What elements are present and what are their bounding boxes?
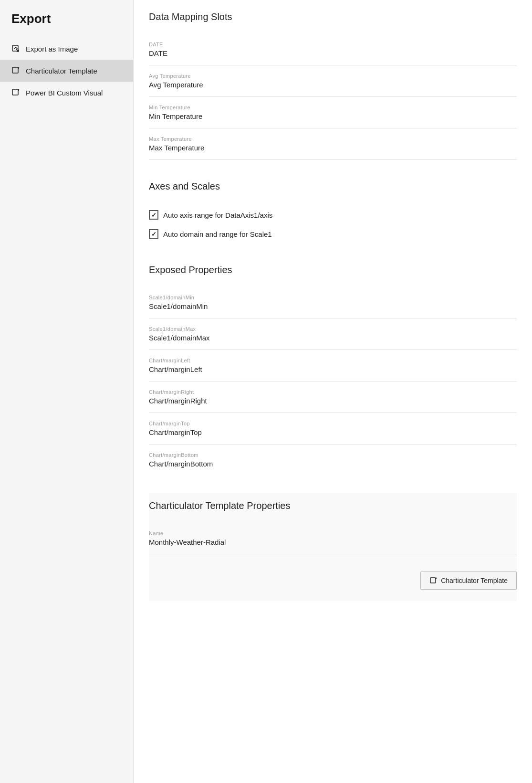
main-content: Data Mapping Slots DATE DATE Avg Tempera… [134, 0, 532, 783]
bottom-bar: Charticulator Template [149, 562, 517, 593]
exposed-properties-section: Exposed Properties Scale1/domainMin Scal… [149, 265, 517, 476]
field-label-max-temp: Max Temperature [149, 136, 517, 142]
field-value-scale1-domain-min: Scale1/domainMin [149, 302, 517, 310]
field-group-scale1-domain-max: Scale1/domainMax Scale1/domainMax [149, 320, 517, 350]
checkbox-row-scale1[interactable]: Auto domain and range for Scale1 [149, 224, 517, 243]
field-value-chart-margin-left: Chart/marginLeft [149, 365, 517, 373]
export-image-icon [11, 44, 20, 53]
field-value-chart-margin-right: Chart/marginRight [149, 397, 517, 405]
template-properties-section: Charticulator Template Properties Name M… [149, 493, 517, 601]
sidebar-item-charticulator-template[interactable]: Charticulator Template [0, 60, 133, 82]
checkbox-scale1[interactable] [149, 229, 158, 239]
field-label-chart-margin-left: Chart/marginLeft [149, 358, 517, 363]
axes-scales-section: Axes and Scales Auto axis range for Data… [149, 181, 517, 243]
field-value-max-temp: Max Temperature [149, 144, 517, 152]
export-button-label: Charticulator Template [441, 577, 508, 584]
field-value-date: DATE [149, 49, 517, 57]
sidebar-item-charticulator-template-label: Charticulator Template [26, 67, 97, 75]
field-label-name: Name [149, 530, 517, 536]
export-charticulator-button[interactable]: Charticulator Template [420, 571, 517, 590]
field-label-date: DATE [149, 42, 517, 47]
svg-rect-8 [12, 89, 18, 95]
template-properties-title: Charticulator Template Properties [149, 500, 517, 515]
exposed-properties-title: Exposed Properties [149, 265, 517, 279]
sidebar-title: Export [0, 11, 133, 38]
field-label-scale1-domain-min: Scale1/domainMin [149, 295, 517, 300]
data-mapping-title: Data Mapping Slots [149, 11, 517, 26]
sidebar: Export Export as Image Charticulator Tem… [0, 0, 134, 783]
field-value-name: Monthly-Weather-Radial [149, 538, 517, 546]
sidebar-item-power-bi[interactable]: Power BI Custom Visual [0, 82, 133, 104]
field-group-chart-margin-top: Chart/marginTop Chart/marginTop [149, 415, 517, 444]
field-group-date: DATE DATE [149, 36, 517, 65]
checkbox-scale1-label: Auto domain and range for Scale1 [163, 230, 272, 238]
field-group-chart-margin-right: Chart/marginRight Chart/marginRight [149, 383, 517, 413]
field-label-chart-margin-bottom: Chart/marginBottom [149, 452, 517, 458]
field-group-chart-margin-left: Chart/marginLeft Chart/marginLeft [149, 352, 517, 381]
field-value-scale1-domain-max: Scale1/domainMax [149, 334, 517, 342]
checkbox-axis1[interactable] [149, 210, 158, 220]
charticulator-template-icon [11, 66, 20, 75]
field-label-scale1-domain-max: Scale1/domainMax [149, 326, 517, 332]
axes-scales-title: Axes and Scales [149, 181, 517, 196]
export-button-icon [429, 577, 437, 584]
field-group-scale1-domain-min: Scale1/domainMin Scale1/domainMin [149, 289, 517, 318]
field-value-chart-margin-bottom: Chart/marginBottom [149, 460, 517, 468]
svg-rect-4 [12, 67, 18, 73]
field-value-chart-margin-top: Chart/marginTop [149, 428, 517, 436]
field-group-chart-margin-bottom: Chart/marginBottom Chart/marginBottom [149, 446, 517, 476]
field-label-chart-margin-top: Chart/marginTop [149, 421, 517, 426]
field-label-min-temp: Min Temperature [149, 105, 517, 110]
power-bi-icon [11, 88, 20, 97]
field-label-avg-temp: Avg Temperature [149, 73, 517, 79]
checkbox-axis1-label: Auto axis range for DataAxis1/axis [163, 211, 272, 219]
checkbox-row-axis1[interactable]: Auto axis range for DataAxis1/axis [149, 205, 517, 224]
field-value-avg-temp: Avg Temperature [149, 81, 517, 89]
field-group-avg-temp: Avg Temperature Avg Temperature [149, 67, 517, 97]
sidebar-item-export-image-label: Export as Image [26, 45, 78, 53]
sidebar-item-export-image[interactable]: Export as Image [0, 38, 133, 60]
field-value-min-temp: Min Temperature [149, 112, 517, 120]
field-group-max-temp: Max Temperature Max Temperature [149, 130, 517, 160]
field-group-name: Name Monthly-Weather-Radial [149, 525, 517, 554]
field-group-min-temp: Min Temperature Min Temperature [149, 99, 517, 128]
svg-rect-12 [430, 578, 436, 583]
field-label-chart-margin-right: Chart/marginRight [149, 389, 517, 395]
sidebar-item-power-bi-label: Power BI Custom Visual [26, 89, 103, 97]
